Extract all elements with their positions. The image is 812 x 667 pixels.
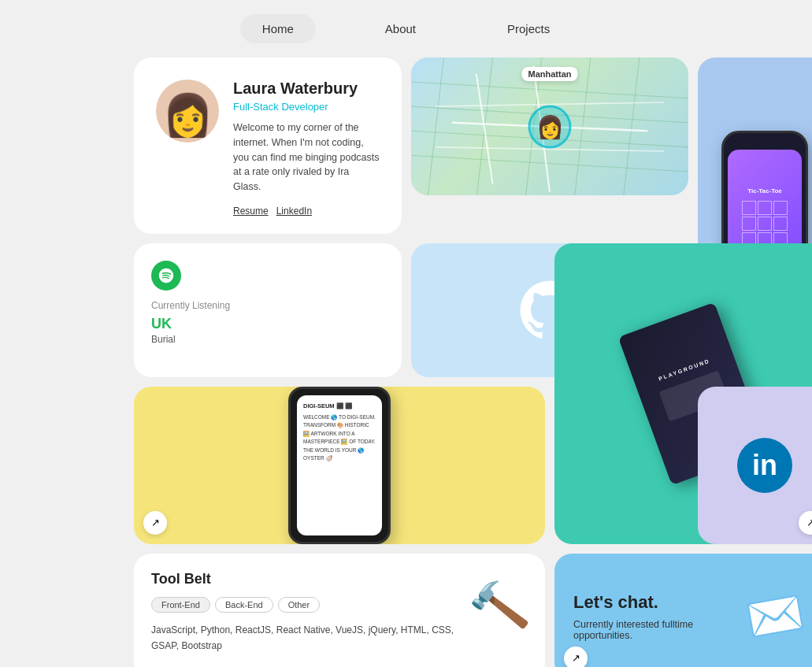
chat-title: Let's chat. <box>573 592 746 613</box>
digiseum-phone-mockup: DIGI-SEUM ⬛ ⬛ WELCOME 🌎 TO DIGI-SEUM. TR… <box>288 387 391 544</box>
tictactoe-grid <box>742 201 788 246</box>
chat-text: Let's chat. Currently interested fulltim… <box>573 592 746 641</box>
main-grid: 👩 Laura Waterbury Full-Stack Developer W… <box>0 57 812 667</box>
toolbelt-skills: JavaScript, Python, ReactJS, React Nativ… <box>151 622 469 654</box>
toolbelt-card: Tool Belt Front-End Back-End Other JavaS… <box>134 554 545 667</box>
ttt-cell <box>742 217 756 231</box>
spotify-icon <box>151 261 181 291</box>
ttt-cell <box>758 217 772 231</box>
bio-subtitle: Full-Stack Developer <box>233 101 380 113</box>
spotify-label: Currently Listening <box>151 300 384 311</box>
bio-description: Welcome to my corner of the internet. Wh… <box>233 120 380 195</box>
ttt-cell <box>742 201 756 215</box>
svg-line-8 <box>623 57 640 195</box>
tag-frontend[interactable]: Front-End <box>151 597 210 613</box>
spotify-artist: Burial <box>151 334 384 345</box>
linkedin-arrow-button[interactable]: ↗ <box>799 511 812 535</box>
envelope-icon: ✉️ <box>741 584 809 649</box>
nav-home[interactable]: Home <box>240 14 316 43</box>
linkedin-card[interactable]: in ↗ <box>698 387 812 544</box>
tag-backend[interactable]: Back-End <box>215 597 273 613</box>
map-background: Manhattan 👩 <box>411 57 688 195</box>
tag-other[interactable]: Other <box>278 597 321 613</box>
svg-line-0 <box>411 82 688 98</box>
spotify-track: UK <box>151 316 384 332</box>
chat-arrow-button[interactable]: ↗ <box>564 647 588 667</box>
toolbelt-title: Tool Belt <box>151 571 469 587</box>
avatar: 👩 <box>156 80 219 143</box>
toolbelt-tags: Front-End Back-End Other <box>151 597 469 613</box>
digiseum-title: DIGI-SEUM ⬛ ⬛ <box>303 402 376 410</box>
ttt-cell <box>758 201 772 215</box>
map-avatar-overlay: 👩 <box>528 105 572 148</box>
ttt-cell <box>773 217 788 231</box>
nav-about[interactable]: About <box>363 14 438 43</box>
map-card: Manhattan 👩 <box>411 57 688 195</box>
chat-subtitle: Currently interested fulltime opportunit… <box>573 619 746 641</box>
nav-projects[interactable]: Projects <box>485 14 572 43</box>
ttt-cell <box>773 201 788 215</box>
phone-title: Tic-Tac-Toe <box>747 187 782 195</box>
navigation: Home About Projects <box>0 0 812 57</box>
svg-line-3 <box>411 155 688 172</box>
hammer-icon: 🔨 <box>464 566 533 639</box>
resume-link[interactable]: Resume <box>233 206 269 217</box>
svg-line-10 <box>476 74 493 184</box>
toolbelt-content: Tool Belt Front-End Back-End Other JavaS… <box>151 571 469 654</box>
digiseum-text: WELCOME 🌎 TO DIGI-SEUM. TRANSFORM 🎨 HIST… <box>303 413 376 462</box>
yellow-arrow-button[interactable]: ↗ <box>143 511 167 535</box>
avatar-emoji: 👩 <box>162 91 213 139</box>
bio-name: Laura Waterbury <box>233 80 380 98</box>
spotify-card: Currently Listening UK Burial <box>134 243 402 377</box>
digiseum-phone-screen: DIGI-SEUM ⬛ ⬛ WELCOME 🌎 TO DIGI-SEUM. TR… <box>297 395 382 535</box>
linkedin-link[interactable]: LinkedIn <box>276 206 312 217</box>
digiseum-card: DIGI-SEUM ⬛ ⬛ WELCOME 🌎 TO DIGI-SEUM. TR… <box>134 387 545 544</box>
bio-links: Resume LinkedIn <box>233 206 380 217</box>
map-label: Manhattan <box>522 67 578 81</box>
linkedin-icon: in <box>737 438 792 493</box>
chat-card: Let's chat. Currently interested fulltim… <box>554 554 812 667</box>
bio-text: Laura Waterbury Full-Stack Developer Wel… <box>233 80 380 217</box>
bio-card: 👩 Laura Waterbury Full-Stack Developer W… <box>134 57 402 234</box>
svg-line-4 <box>428 57 444 195</box>
